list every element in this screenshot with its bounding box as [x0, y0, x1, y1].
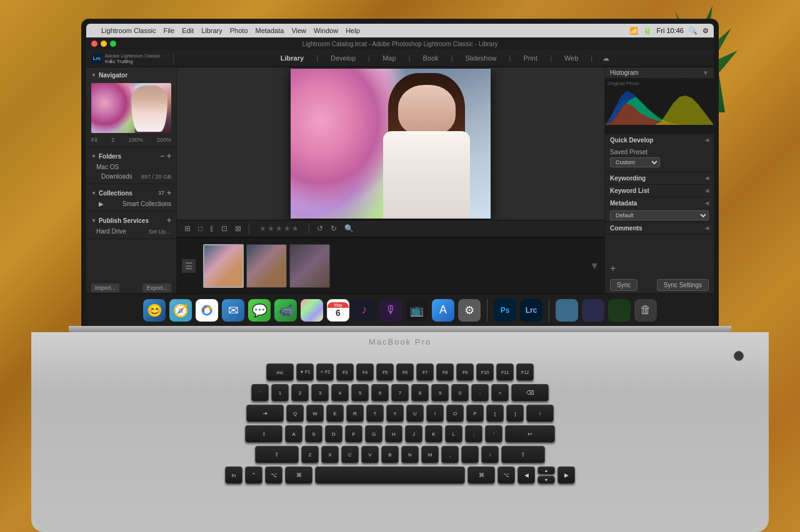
- metadata-select[interactable]: Default: [610, 210, 709, 220]
- key-a[interactable]: A: [285, 425, 302, 443]
- key-w[interactable]: W: [306, 405, 324, 422]
- key-backtick[interactable]: `: [251, 384, 269, 401]
- key-capslock[interactable]: ⇪: [245, 425, 282, 443]
- dock-misc-1[interactable]: [556, 299, 578, 322]
- filmstrip-thumb-3[interactable]: [289, 244, 330, 288]
- dock-facetime[interactable]: 📹: [274, 299, 297, 322]
- module-print[interactable]: Print: [521, 53, 540, 63]
- key-i[interactable]: I: [426, 405, 444, 422]
- publish-hard-drive[interactable]: Hard Drive Set Up…: [86, 227, 176, 236]
- key-f3[interactable]: F3: [336, 363, 354, 381]
- filmstrip-scroll[interactable]: ▼: [589, 260, 599, 272]
- key-rbracket[interactable]: ]: [506, 405, 524, 422]
- key-lbracket[interactable]: [: [486, 405, 504, 422]
- key-up[interactable]: ▲: [538, 466, 555, 475]
- key-f4[interactable]: F4: [356, 363, 374, 381]
- key-f[interactable]: F: [345, 425, 362, 443]
- key-s[interactable]: S: [305, 425, 322, 443]
- key-f6[interactable]: F6: [396, 363, 414, 381]
- menu-metadata[interactable]: Metadata: [256, 27, 284, 34]
- key-3[interactable]: 3: [311, 384, 329, 401]
- quick-develop-header[interactable]: Quick Develop ◀: [605, 134, 714, 146]
- menu-photo[interactable]: Photo: [230, 27, 248, 34]
- key-equals[interactable]: =: [491, 384, 509, 401]
- import-button[interactable]: Import...: [91, 283, 119, 292]
- key-rcmd[interactable]: ⌘: [468, 466, 495, 484]
- key-r[interactable]: R: [346, 405, 364, 422]
- sync-settings-button[interactable]: Sync Settings: [657, 279, 709, 291]
- key-z[interactable]: Z: [301, 446, 319, 463]
- filmstrip-thumb-2[interactable]: [246, 244, 287, 288]
- key-2[interactable]: 2: [291, 384, 309, 401]
- key-rshift[interactable]: ⇧: [501, 446, 545, 463]
- key-f10[interactable]: F10: [476, 363, 494, 381]
- key-k[interactable]: K: [425, 425, 442, 443]
- key-minus[interactable]: -: [471, 384, 489, 401]
- module-slideshow[interactable]: Slideshow: [462, 53, 499, 63]
- key-f9[interactable]: F9: [456, 363, 474, 381]
- key-m[interactable]: M: [421, 446, 439, 463]
- key-return[interactable]: ↩: [505, 425, 555, 443]
- fullscreen-button[interactable]: [110, 41, 116, 47]
- publish-plus[interactable]: +: [167, 216, 171, 225]
- key-c[interactable]: C: [341, 446, 359, 463]
- key-e[interactable]: E: [326, 405, 344, 422]
- dock-podcasts[interactable]: 🎙: [379, 299, 402, 322]
- dock-misc-2[interactable]: [582, 299, 604, 322]
- filmstrip-toggle-button[interactable]: ☰: [182, 259, 196, 273]
- keyword-list-header[interactable]: Keyword List ◀: [605, 185, 714, 197]
- rotate-ccw-button[interactable]: ↺: [314, 223, 326, 234]
- key-roption[interactable]: ⌥: [498, 466, 515, 484]
- key-right[interactable]: ▶: [558, 466, 575, 484]
- key-f8[interactable]: F8: [436, 363, 454, 381]
- view-loupe-button[interactable]: □: [196, 223, 205, 234]
- key-y[interactable]: Y: [386, 405, 404, 422]
- metadata-header[interactable]: Metadata ◀: [605, 197, 714, 209]
- key-v[interactable]: V: [361, 446, 379, 463]
- module-library[interactable]: Library: [278, 53, 306, 63]
- key-t[interactable]: T: [366, 405, 384, 422]
- folder-downloads[interactable]: Downloads 897 / 20 GB: [86, 172, 176, 181]
- key-semicolon[interactable]: ;: [465, 425, 482, 443]
- key-l[interactable]: L: [445, 425, 462, 443]
- folder-macos[interactable]: Mac OS: [86, 162, 176, 172]
- module-map[interactable]: Map: [380, 53, 398, 63]
- key-esc[interactable]: esc: [266, 363, 294, 381]
- dock-misc-3[interactable]: [608, 299, 631, 322]
- dock-mail[interactable]: ✉: [222, 299, 244, 322]
- key-9[interactable]: 9: [431, 384, 449, 401]
- key-down[interactable]: ▼: [538, 476, 555, 484]
- view-grid-button[interactable]: ⊞: [182, 223, 193, 234]
- key-fn-key[interactable]: fn: [225, 466, 242, 484]
- collections-plus[interactable]: +: [167, 189, 171, 197]
- minimize-button[interactable]: [101, 41, 107, 47]
- dock-trash[interactable]: 🗑: [634, 299, 657, 322]
- menu-edit[interactable]: Edit: [182, 27, 194, 34]
- key-f11[interactable]: F11: [496, 363, 514, 381]
- dock-appstore[interactable]: A: [432, 299, 454, 322]
- key-backspace[interactable]: ⌫: [511, 384, 549, 401]
- module-book[interactable]: Book: [420, 53, 441, 63]
- dock-settings[interactable]: ⚙: [458, 299, 481, 322]
- key-n[interactable]: N: [401, 446, 419, 463]
- view-survey-button[interactable]: ⊡: [219, 223, 230, 234]
- view-compare-button[interactable]: ⫿: [208, 223, 216, 234]
- key-left[interactable]: ◀: [518, 466, 535, 484]
- histogram-menu[interactable]: ▼: [702, 69, 709, 76]
- menu-window[interactable]: Window: [314, 27, 338, 34]
- dock-calendar[interactable]: May 6: [327, 299, 349, 322]
- dock-safari[interactable]: 🧭: [169, 299, 192, 322]
- key-comma[interactable]: ,: [441, 446, 459, 463]
- key-x[interactable]: X: [321, 446, 339, 463]
- keywording-header[interactable]: Keywording ◀: [605, 172, 714, 184]
- key-option[interactable]: ⌥: [265, 466, 282, 484]
- dock-tv[interactable]: 📺: [406, 299, 428, 322]
- key-d[interactable]: D: [325, 425, 342, 443]
- navigator-header[interactable]: Navigator: [86, 70, 176, 81]
- key-space[interactable]: [315, 466, 465, 484]
- key-u[interactable]: U: [406, 405, 424, 422]
- key-o[interactable]: O: [446, 405, 464, 422]
- key-8[interactable]: 8: [411, 384, 429, 401]
- key-g[interactable]: G: [365, 425, 382, 443]
- dock-lightroom[interactable]: Lrc: [520, 299, 542, 322]
